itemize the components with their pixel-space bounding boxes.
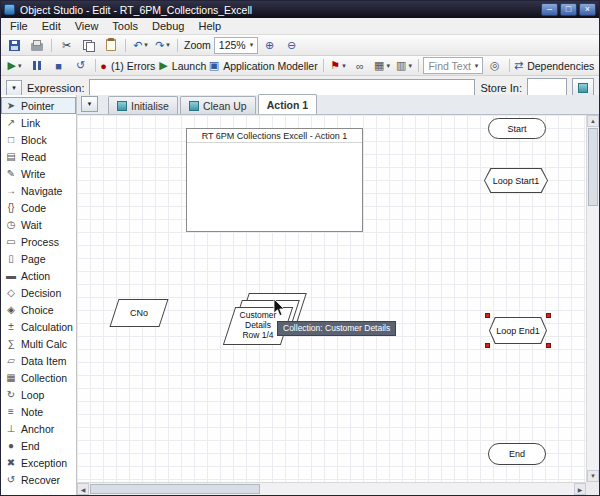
sidebar-item-decision[interactable]: ◇Decision <box>1 284 76 301</box>
grid-snap-button[interactable]: ▦▾ <box>371 57 392 74</box>
sidebar-item-data-item[interactable]: ▱Data Item <box>1 352 76 369</box>
sidebar-item-label: Process <box>21 236 59 248</box>
print-button[interactable] <box>26 37 47 54</box>
close-button[interactable]: × <box>579 3 596 16</box>
end-icon: ● <box>5 440 17 451</box>
vertical-scrollbar[interactable]: ▲ ▼ <box>586 115 599 482</box>
sidebar-item-code[interactable]: {}Code <box>1 199 76 216</box>
scroll-right-button[interactable]: ▶ <box>574 483 586 495</box>
scroll-left-button[interactable]: ◀ <box>77 483 89 495</box>
errors-button[interactable]: ● (1) Errors <box>100 57 158 74</box>
selection-handle[interactable] <box>485 313 490 318</box>
expression-dropdown-button[interactable]: ▾ <box>6 80 22 97</box>
scroll-down-button[interactable]: ▼ <box>587 470 599 482</box>
find-next-button[interactable]: ◎ <box>484 57 505 74</box>
find-text-dropdown-icon: ▾ <box>475 62 479 70</box>
sidebar-item-label: Anchor <box>21 423 54 435</box>
undo-icon: ↶ <box>133 39 142 52</box>
page-tab-strip: ▼ Initialise Clean Up Action 1 <box>77 95 599 115</box>
stop-button[interactable]: ■ <box>48 57 69 74</box>
vertical-scroll-thumb[interactable] <box>588 128 598 206</box>
sidebar-item-multi-calc[interactable]: ∑Multi Calc <box>1 335 76 352</box>
save-button[interactable] <box>4 37 25 54</box>
start-node[interactable]: Start <box>488 118 546 139</box>
scroll-up-button[interactable]: ▲ <box>587 115 599 127</box>
selection-handle[interactable] <box>546 313 551 318</box>
undo-button[interactable]: ↶▾ <box>130 37 151 54</box>
sidebar-item-note[interactable]: ≡Note <box>1 403 76 420</box>
align-button[interactable]: ▥▾ <box>393 57 414 74</box>
page-frame: RT 6PM Collections Excell - Action 1 <box>186 128 363 232</box>
find-text-input[interactable]: Find Text ▾ <box>423 57 483 74</box>
menu-item-file[interactable]: File <box>3 19 35 33</box>
cut-button[interactable]: ✂ <box>56 37 77 54</box>
sidebar-item-write[interactable]: ✎Write <box>1 165 76 182</box>
collection-row-indicator: Row 1/4 <box>242 331 273 341</box>
dependencies-button[interactable]: ⇄ Dependencies <box>514 57 596 74</box>
redo-dropdown-icon: ▾ <box>166 41 170 49</box>
sidebar-item-link[interactable]: ↗Link <box>1 114 76 131</box>
sidebar-item-read[interactable]: ▤Read <box>1 148 76 165</box>
breakpoint-button[interactable]: ⚑▾ <box>327 57 348 74</box>
horizontal-scrollbar[interactable]: ◀ ▶ <box>77 482 586 495</box>
sidebar-item-loop[interactable]: ↻Loop <box>1 386 76 403</box>
application-modeller-button[interactable]: ▣ Application Modeller <box>210 57 319 74</box>
zoom-in-icon: ⊕ <box>265 39 274 52</box>
run-button[interactable]: ▶▾ <box>4 57 25 74</box>
menu-item-edit[interactable]: Edit <box>35 19 68 33</box>
separator <box>177 39 178 52</box>
paste-button[interactable] <box>100 37 121 54</box>
selection-handle[interactable] <box>546 343 551 348</box>
sidebar-item-wait[interactable]: ◷Wait <box>1 216 76 233</box>
sidebar-item-process[interactable]: ▭Process <box>1 233 76 250</box>
sidebar-item-choice[interactable]: ◈Choice <box>1 301 76 318</box>
menu-item-view[interactable]: View <box>68 19 106 33</box>
diagram-canvas[interactable]: RT 6PM Collections Excell - Action 1 Sta… <box>77 115 586 482</box>
sidebar-item-action[interactable]: ▬Action <box>1 267 76 284</box>
tab-label: Initialise <box>131 100 169 112</box>
sidebar-item-end[interactable]: ●End <box>1 437 76 454</box>
menu-item-tools[interactable]: Tools <box>105 19 145 33</box>
loop-end-node[interactable]: Loop End1 <box>489 317 547 344</box>
zoom-out-button[interactable]: ⊖ <box>281 37 302 54</box>
zoom-label: Zoom <box>182 39 213 51</box>
tab-list-dropdown-button[interactable]: ▼ <box>81 96 98 112</box>
data-item-node[interactable]: CNo <box>109 299 168 327</box>
wait-icon: ◷ <box>5 219 17 230</box>
sidebar-item-recover[interactable]: ↺Recover <box>1 471 76 488</box>
zoom-select[interactable]: 125% ▾ <box>214 37 258 54</box>
reset-button[interactable]: ↺ <box>70 57 91 74</box>
link-mode-button[interactable]: ∞ <box>349 57 370 74</box>
sidebar-item-page[interactable]: ▯Page <box>1 250 76 267</box>
sidebar-item-collection[interactable]: ▦Collection <box>1 369 76 386</box>
sidebar-item-anchor[interactable]: ⊥Anchor <box>1 420 76 437</box>
copy-button[interactable] <box>78 37 99 54</box>
horizontal-scroll-thumb[interactable] <box>90 484 260 494</box>
sidebar-item-block[interactable]: □Block <box>1 131 76 148</box>
stop-icon: ■ <box>55 60 62 72</box>
page-icon: ▯ <box>5 253 17 264</box>
launch-button[interactable]: ▶ Launch <box>159 57 209 74</box>
end-node[interactable]: End <box>488 443 546 465</box>
page-frame-title: RT 6PM Collections Excell - Action 1 <box>187 129 362 143</box>
tab-action-1[interactable]: Action 1 <box>258 94 317 114</box>
maximize-button[interactable]: □ <box>560 3 577 16</box>
menu-item-help[interactable]: Help <box>191 19 228 33</box>
zoom-in-button[interactable]: ⊕ <box>259 37 280 54</box>
window-controls: – □ × <box>541 3 596 16</box>
tab-clean-up[interactable]: Clean Up <box>180 96 256 114</box>
menu-item-debug[interactable]: Debug <box>145 19 191 33</box>
pause-button[interactable] <box>26 57 47 74</box>
sidebar-item-navigate[interactable]: →Navigate <box>1 182 76 199</box>
sidebar-item-label: Block <box>21 134 47 146</box>
redo-button[interactable]: ↷▾ <box>152 37 173 54</box>
sidebar-item-calculation[interactable]: ±Calculation <box>1 318 76 335</box>
sidebar-item-pointer[interactable]: ➤Pointer <box>1 97 76 114</box>
tab-initialise[interactable]: Initialise <box>108 96 178 114</box>
loop-start-node[interactable]: Loop Start1 <box>484 168 548 193</box>
application-modeller-icon: ▣ <box>209 59 219 72</box>
sidebar-item-exception[interactable]: ✖Exception <box>1 454 76 471</box>
selection-handle[interactable] <box>485 343 490 348</box>
minimize-button[interactable]: – <box>541 3 558 16</box>
launch-icon: ▶ <box>159 59 167 72</box>
